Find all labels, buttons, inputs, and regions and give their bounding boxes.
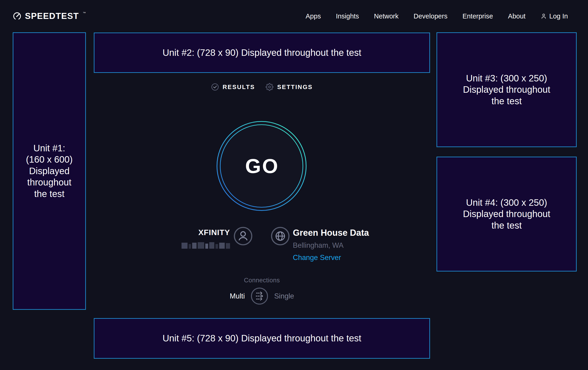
tab-results-label: RESULTS [223,83,255,91]
nav-enterprise[interactable]: Enterprise [462,12,493,20]
ad-unit-1-text: Unit #1: (160 x 600) Displayed throughou… [22,142,77,200]
ad-unit-3-rectangle: Unit #3: (300 x 250) Displayed throughou… [437,32,577,147]
tab-results[interactable]: RESULTS [211,83,255,91]
login-label: Log In [549,12,568,20]
connections-toggle-row: Multi Single [94,287,430,305]
speedtest-logo[interactable]: SPEEDTEST™ [13,11,85,21]
connections-multi-option[interactable]: Multi [230,292,245,300]
isp-name: XFINITY [162,228,230,237]
gear-icon [266,83,273,91]
nav-developers[interactable]: Developers [414,12,448,20]
tab-settings[interactable]: SETTINGS [266,83,313,91]
ad-unit-4-text: Unit #4: (300 x 250) Displayed throughou… [463,197,550,231]
login-button[interactable]: Log In [540,12,568,20]
ad-unit-1-skyscraper: Unit #1: (160 x 600) Displayed throughou… [13,32,86,310]
person-icon [540,13,547,19]
go-button-label: GO [216,120,307,211]
ip-address-redacted [180,242,230,249]
logo-text: SPEEDTEST [25,11,79,21]
ad-unit-4-rectangle: Unit #4: (300 x 250) Displayed throughou… [437,157,577,271]
nav-apps[interactable]: Apps [305,12,321,20]
nav-about[interactable]: About [508,12,526,20]
connections-single-option[interactable]: Single [274,292,294,300]
multi-connection-icon[interactable] [251,287,268,305]
server-name: Green House Data [293,228,369,238]
ad-unit-5-leaderboard: Unit #5: (728 x 90) Displayed throughout… [94,318,430,359]
logo-trademark: ™ [83,11,86,15]
server-location: Bellingham, WA [293,241,343,250]
tab-settings-label: SETTINGS [277,83,313,91]
ad-unit-5-text: Unit #5: (728 x 90) Displayed throughout… [163,333,361,344]
ad-unit-2-leaderboard: Unit #2: (728 x 90) Displayed throughout… [94,32,430,73]
nav-network[interactable]: Network [374,12,399,20]
nav-insights[interactable]: Insights [336,12,359,20]
go-button[interactable]: GO [216,120,307,211]
speedtest-gauge-icon [13,12,21,20]
globe-icon [271,227,290,246]
change-server-link[interactable]: Change Server [293,253,341,262]
check-circle-icon [211,83,219,91]
result-settings-tabs: RESULTS SETTINGS [94,83,430,91]
header: SPEEDTEST™ Apps Insights Network Develop… [0,0,588,32]
connections-label: Connections [94,277,430,284]
ad-unit-2-text: Unit #2: (728 x 90) Displayed throughout… [163,47,361,59]
main-nav: Apps Insights Network Developers Enterpr… [305,12,568,20]
ad-unit-3-text: Unit #3: (300 x 250) Displayed throughou… [463,73,550,107]
speedtest-page: { "header": { "logo": { "text": "SPEEDTE… [0,0,588,370]
isp-user-icon [234,227,252,246]
